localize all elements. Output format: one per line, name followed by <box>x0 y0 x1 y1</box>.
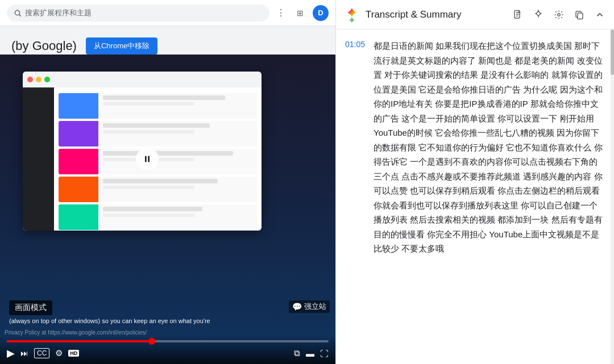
controls-right: ⧉ ▬ ⛶ <box>294 348 329 358</box>
ai-sparkle-icon <box>533 10 544 20</box>
copy-icon <box>574 10 584 20</box>
yt-item-5 <box>59 204 257 230</box>
yt-sub-line-2 <box>103 130 194 133</box>
extension-title: (by Google) <box>11 39 77 53</box>
collapse-icon-button[interactable] <box>594 9 606 21</box>
skip-forward-button[interactable]: ⏭ <box>20 349 28 358</box>
svg-rect-3 <box>148 156 150 162</box>
transcript-content[interactable]: 01:05 都是日语的新闻 如果我们现在把这个位置切换成美国 那时下流行就是英文… <box>336 30 614 364</box>
extension-content: (by Google) 从Chrome中移除 <box>0 26 335 364</box>
privacy-text-area: Privacy Policy at https://www.google.com… <box>5 327 331 337</box>
wechat-icon: 💬 <box>292 302 302 311</box>
panel-header: Transcript & Summary <box>336 0 614 30</box>
yt-title-line-4 <box>103 179 218 183</box>
maximize-dot <box>44 77 50 82</box>
theater-mode-button[interactable]: ▬ <box>306 349 314 358</box>
minimize-dot <box>36 77 42 82</box>
hd-badge: HD <box>68 350 79 357</box>
yt-thumb-3 <box>59 149 98 174</box>
cc-button[interactable]: CC <box>34 348 49 358</box>
inner-browser-window <box>23 72 262 231</box>
yt-sub-line-4 <box>103 186 194 189</box>
document-icon <box>513 10 523 20</box>
inner-sidebar <box>23 87 54 231</box>
yt-thumb-5 <box>59 204 98 230</box>
chevron-up-icon <box>595 10 605 20</box>
video-screenshot: 画面模式 (always on top of other windows) so… <box>0 55 335 364</box>
video-controls: ▶ ⏭ CC ⚙ HD ⧉ ▬ ⛶ <box>0 336 335 364</box>
pause-icon <box>143 154 152 164</box>
progress-fill <box>7 340 152 342</box>
yt-item-1 <box>59 93 257 119</box>
svg-line-1 <box>19 14 21 16</box>
controls-left: ▶ ⏭ CC ⚙ HD <box>7 347 79 359</box>
transcript-text: 都是日语的新闻 如果我们现在把这个位置切换成美国 那时下流行就是英文标题的内容了… <box>374 39 604 256</box>
right-panel: Transcript & Summary <box>335 0 614 364</box>
progress-bar[interactable] <box>7 340 329 342</box>
scrollbar-thumb[interactable] <box>611 30 614 75</box>
yt-text-5 <box>102 204 257 230</box>
svg-rect-2 <box>145 156 147 162</box>
svg-point-0 <box>15 10 19 15</box>
inner-main <box>54 87 262 231</box>
yt-thumb-2 <box>59 121 98 147</box>
controls-row: ▶ ⏭ CC ⚙ HD ⧉ ▬ ⛶ <box>7 347 329 359</box>
yt-thumb-4 <box>59 177 98 202</box>
gear-icon <box>554 10 564 20</box>
yt-title-line-3 <box>103 151 233 156</box>
yt-text-1 <box>102 93 257 119</box>
chrome-header-icons: ⋮ ⊞ D <box>274 5 329 21</box>
panel-header-icons <box>512 9 606 21</box>
settings-button[interactable]: ⚙ <box>55 348 63 358</box>
apps-grid-icon[interactable]: ⊞ <box>293 6 307 20</box>
timestamp[interactable]: 01:05 <box>345 39 366 256</box>
svg-rect-6 <box>578 13 583 19</box>
yt-sub-line-1 <box>103 102 194 106</box>
video-area: 画面模式 (always on top of other windows) so… <box>0 55 335 364</box>
scrollbar-track <box>611 30 614 364</box>
inner-browser-content <box>23 87 262 231</box>
yt-title-line-1 <box>103 95 225 100</box>
caption-text: (always on top of other windows) so you … <box>9 317 210 324</box>
yt-text-4 <box>102 177 257 202</box>
watermark-text: 💬 强立站 <box>289 300 330 313</box>
privacy-text: Privacy Policy at https://www.google.com… <box>5 329 147 336</box>
miniplayer-button[interactable]: ⧉ <box>294 348 300 358</box>
close-dot <box>27 77 33 82</box>
gemini-logo <box>344 7 360 23</box>
document-icon-button[interactable] <box>512 9 524 21</box>
watermark-label: 强立站 <box>304 302 326 312</box>
caption-overlay: 画面模式 (always on top of other windows) so… <box>0 300 335 324</box>
yt-sub-line-5 <box>103 214 194 217</box>
caption-badge: 画面模式 <box>9 300 52 315</box>
ai-icon-button[interactable] <box>532 9 545 21</box>
left-panel: 搜索扩展程序和主题 ⋮ ⊞ D (by Google) 从Chrome中移除 <box>0 0 335 364</box>
yt-text-2 <box>102 121 257 147</box>
progress-dot <box>148 338 155 345</box>
yt-item-2 <box>59 121 257 147</box>
play-pause-button[interactable]: ▶ <box>7 347 15 359</box>
settings-icon-button[interactable] <box>553 9 565 21</box>
user-avatar[interactable]: D <box>313 5 329 21</box>
fullscreen-button[interactable]: ⛶ <box>320 349 329 358</box>
remove-from-chrome-button[interactable]: 从Chrome中移除 <box>86 37 157 55</box>
search-placeholder: 搜索扩展程序和主题 <box>25 8 92 18</box>
play-button[interactable] <box>136 148 159 170</box>
more-options-icon[interactable]: ⋮ <box>274 6 288 20</box>
inner-browser-header <box>23 72 262 87</box>
svg-point-5 <box>558 13 561 16</box>
copy-icon-button[interactable] <box>573 9 586 21</box>
yt-thumb-1 <box>59 93 98 119</box>
transcript-entry: 01:05 都是日语的新闻 如果我们现在把这个位置切换成美国 那时下流行就是英文… <box>345 39 604 256</box>
yt-text-3 <box>102 149 257 174</box>
search-bar[interactable]: 搜索扩展程序和主题 <box>7 5 269 22</box>
yt-title-line-2 <box>103 123 210 128</box>
chrome-header: 搜索扩展程序和主题 ⋮ ⊞ D <box>0 0 335 26</box>
yt-title-line-5 <box>103 207 202 211</box>
panel-title: Transcript & Summary <box>366 9 506 20</box>
search-icon <box>14 9 22 17</box>
yt-item-4 <box>59 177 257 202</box>
